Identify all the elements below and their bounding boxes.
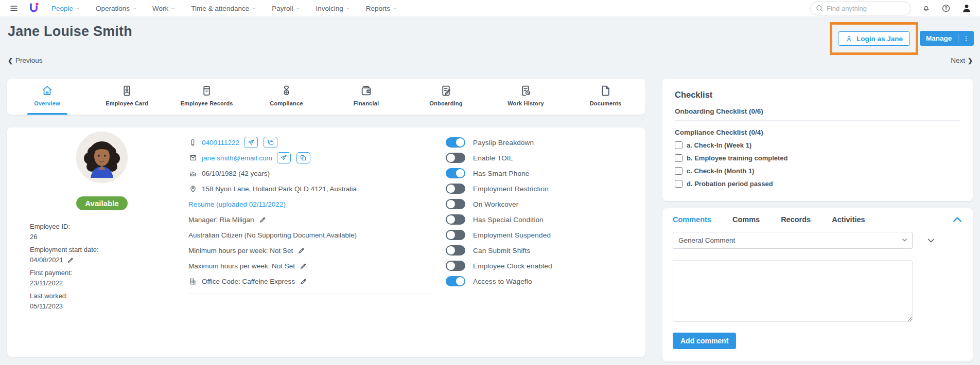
menu-item-people[interactable]: People [51,5,80,12]
employment-restriction-toggle[interactable] [446,184,465,194]
menu-item-time-attendance[interactable]: Time & attendance [191,5,256,12]
settings-toggles-column: Payslip Breakdown Enable TOIL Has Smart … [446,135,552,289]
document-icon [599,84,612,97]
edit-start-date-button[interactable] [67,257,74,264]
stat-employment-start-date: Employment start date: 04/08/2021 [30,245,184,265]
previous-employee-link[interactable]: ❮ Previous [8,57,43,64]
tab-compliance[interactable]: Compliance [247,79,326,115]
chevron-down-icon [393,6,397,11]
manager-row: Manager: Ria Miligan [188,212,431,227]
copy-icon [267,139,274,146]
send-sms-button[interactable] [244,137,258,148]
profile-summary-column: Available Employee ID: 26 Employment sta… [20,131,184,314]
checklist-divider [675,120,960,121]
edit-max-hours-button[interactable] [300,262,307,270]
user-avatar-button[interactable] [961,3,972,13]
chevron-down-icon [76,6,80,11]
office-code-row: Office Code: Caffeine Express [188,273,431,289]
top-navigation-bar: People Operations Work Time & attendance… [0,0,980,17]
employee-training-checkbox[interactable] [675,154,682,162]
birthdate-row: 06/10/1982 (42 years) [188,166,431,181]
help-button[interactable] [941,4,951,13]
comments-tabs: Comments Comms Records Activities [673,215,962,224]
email-link[interactable]: jane.smith@email.com [202,154,272,162]
main-menu: People Operations Work Time & attendance… [51,5,397,12]
check-in-week-1-checkbox[interactable] [675,141,682,149]
highlight-annotation-box: Login as Jane [830,22,918,55]
tab-activities[interactable]: Activities [832,215,865,224]
add-comment-button[interactable]: Add comment [673,333,736,349]
tab-employee-card[interactable]: Employee Card [87,79,167,115]
address-value: 158 Nyon Lane, Holland Park QLD 4121, Au… [202,185,357,193]
pencil-icon [259,216,267,224]
checklist-item-employee-training: b. Employee training completed [675,154,960,162]
checklist-item-check-in-week-1: a. Check-In (Week 1) [675,141,960,149]
copy-email-button[interactable] [296,152,310,163]
tab-employee-records[interactable]: Employee Records [167,79,247,115]
enable-toil-toggle[interactable] [446,153,465,163]
copy-icon [300,154,307,161]
tab-onboarding[interactable]: Onboarding [406,79,486,115]
onboarding-checklist-section[interactable]: Onboarding Checklist (0/6) [675,107,960,115]
toggle-row-employee-clock-enabled: Employee Clock enabled [446,258,552,273]
probation-period-checkbox[interactable] [675,180,682,188]
copy-phone-button[interactable] [264,137,277,148]
search-icon [815,4,824,12]
kebab-menu-icon[interactable] [958,34,974,43]
edit-min-hours-button[interactable] [297,247,305,254]
comment-category-select-wrap: General Comment [673,232,913,249]
employee-clock-enabled-toggle[interactable] [446,261,465,271]
tab-overview[interactable]: Overview [7,79,87,115]
comment-textarea[interactable] [673,260,913,322]
document-clock-icon [519,84,532,97]
citizenship-value: Australian Citizen (No Supporting Docume… [188,231,357,239]
tab-comms[interactable]: Comms [732,215,760,224]
manage-button[interactable]: Manage [920,31,974,46]
menu-item-reports[interactable]: Reports [366,5,397,12]
has-special-condition-toggle[interactable] [446,214,465,225]
notifications-button[interactable] [922,4,931,13]
payslip-breakdown-toggle[interactable] [446,137,465,148]
max-hours-value: Maximum hours per week: Not Set [188,262,295,270]
tab-comments[interactable]: Comments [673,215,711,224]
compliance-checklist-section[interactable]: Compliance Checklist (0/4) [675,129,960,136]
hamburger-menu-icon[interactable] [8,3,20,14]
access-to-wageflo-toggle[interactable] [446,276,465,286]
login-as-button[interactable]: Login as Jane [838,31,910,46]
employment-suspended-toggle[interactable] [446,230,465,240]
collapse-comment-form-button[interactable] [927,238,935,244]
bell-icon [922,4,931,13]
phone-link[interactable]: 0400111222 [202,139,239,147]
home-icon [41,84,54,97]
comments-panel: Comments Comms Records Activities Genera… [662,208,973,361]
has-smart-phone-toggle[interactable] [446,168,465,178]
edit-office-code-button[interactable] [300,278,307,285]
next-employee-link[interactable]: Next ❯ [951,57,973,64]
wallet-icon [360,84,373,97]
min-hours-value: Minimum hours per week: Not Set [188,247,293,254]
comment-category-select[interactable]: General Comment [673,232,913,249]
brand-logo[interactable] [27,2,40,15]
menu-item-operations[interactable]: Operations [96,5,137,12]
resume-link[interactable]: Resume (uploaded 02/11/2022) [188,200,286,208]
on-workcover-toggle[interactable] [446,199,465,209]
menu-item-payroll[interactable]: Payroll [272,5,300,12]
map-pin-icon [188,185,197,193]
check-in-month-1-checkbox[interactable] [675,167,682,175]
send-email-button[interactable] [277,152,291,163]
menu-item-invoicing[interactable]: Invoicing [316,5,350,12]
tab-work-history[interactable]: Work History [486,79,566,115]
edit-manager-button[interactable] [259,216,267,224]
menu-item-work[interactable]: Work [152,5,176,12]
global-search [810,2,911,15]
collapse-panel-button[interactable] [952,216,962,223]
search-input[interactable] [810,2,911,15]
tab-financial[interactable]: Financial [326,79,406,115]
pencil-icon [297,247,305,254]
stat-first-payment: First payment: 23/11/2022 [30,268,184,288]
tab-documents[interactable]: Documents [566,79,645,115]
birthdate-value: 06/10/1982 (42 years) [202,170,270,177]
tab-records[interactable]: Records [781,215,811,224]
toggle-row-access-to-wageflo: Access to Wageflo [446,273,552,289]
can-submit-shifts-toggle[interactable] [446,245,465,256]
